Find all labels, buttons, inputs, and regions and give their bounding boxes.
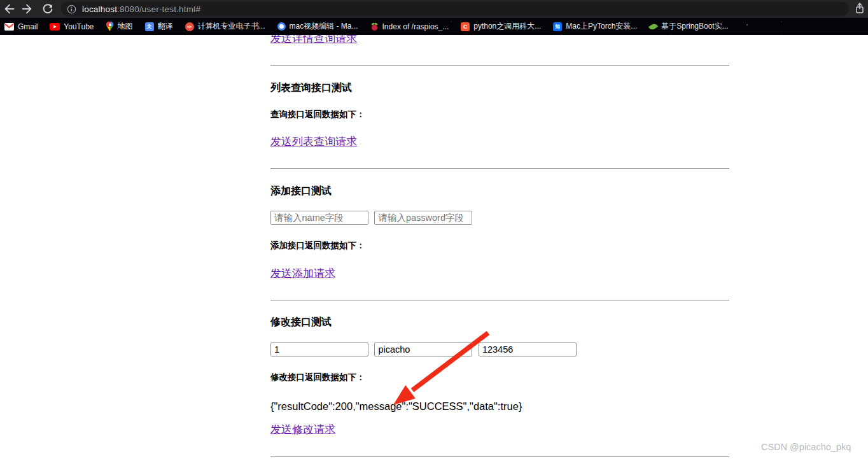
url-host: localhost [82,4,117,14]
code-book-icon: </> [185,22,194,31]
bookmark-maps[interactable]: 地图 [106,21,133,32]
bookmark-label: 计算机专业电子书... [198,21,265,32]
csdn-icon: C [461,22,470,31]
send-update-link[interactable]: 发送修改请求 [270,423,335,436]
bookmark-label: 地图 [118,21,133,32]
bookmark-label: Gmail [18,22,38,31]
raspberry-pi-icon [370,22,379,31]
bookmark-label: Mac上PyTorch安装... [566,21,637,32]
share-icon[interactable] [853,1,867,15]
section-divider [270,300,729,300]
bookmark-raspios[interactable]: Index of /raspios_... [370,22,449,31]
update-result-label: 修改接口返回数据如下： [270,372,365,383]
browser-toolbar: localhost:8080/user-test.html# [0,0,868,18]
update-response-json: {"resultCode":200,"message":"SUCCESS","d… [270,400,522,413]
bookmarks-bar: Gmail YouTube 地图 文 翻译 </> 计算机专业电子书... ma [0,18,868,35]
add-password-input[interactable] [374,211,472,225]
web-page: 发送详情查询请求 列表查询接口测试 查询接口返回数据如下： 发送列表查询请求 添… [0,0,868,459]
bookmark-translate[interactable]: 文 翻译 [145,21,173,32]
bookmark-label: Index of /raspios_... [382,22,449,31]
update-password-input[interactable] [479,342,577,357]
bookmark-label: 翻译 [158,21,173,32]
gmail-icon [4,23,14,31]
add-inputs-row [270,211,475,225]
bookmark-label: 基于SpringBoot实... [661,21,728,32]
bookmark-label: mac视频编辑 - Ma... [290,21,358,32]
update-inputs-row [270,342,580,357]
zhihu-icon: 知 [553,22,562,31]
section-divider [270,456,729,457]
back-arrow-icon [3,2,17,16]
browser-chrome: localhost:8080/user-test.html# Gmail [0,0,868,35]
send-add-link[interactable]: 发送添加请求 [270,267,335,280]
bookmark-label: python之调用科大... [473,21,541,32]
send-list-query-link[interactable]: 发送列表查询请求 [270,136,357,148]
add-name-input[interactable] [270,211,368,225]
update-name-input[interactable] [374,342,472,357]
bookmark-label: YouTube [64,22,94,31]
list-query-heading: 列表查询接口测试 [270,81,352,94]
blue-ring-icon [277,22,286,31]
spring-leaf-icon [648,22,658,31]
bookmark-python-csdn[interactable]: C python之调用科大... [461,21,541,32]
google-translate-icon: 文 [145,22,154,31]
bookmark-pytorch-zhihu[interactable]: 知 Mac上PyTorch安装... [553,21,637,32]
back-button[interactable] [3,2,17,16]
section-divider [270,65,729,66]
reload-button[interactable] [41,2,55,16]
page-info-icon[interactable] [67,4,76,14]
api-test-content: 发送详情查询请求 列表查询接口测试 查询接口返回数据如下： 发送列表查询请求 添… [270,0,729,459]
csdn-watermark: CSDN @picacho_pkq [761,442,851,452]
bookmark-mac-video[interactable]: mac视频编辑 - Ma... [277,21,358,32]
add-result-label: 添加接口返回数据如下： [270,241,365,251]
google-maps-icon [106,22,114,31]
reload-icon [41,2,55,16]
address-bar[interactable]: localhost:8080/user-test.html# [61,2,849,16]
forward-arrow-icon [20,2,34,16]
update-id-input[interactable] [270,342,368,357]
bookmark-ebook[interactable]: </> 计算机专业电子书... [185,21,265,32]
bookmark-springboot[interactable]: 基于SpringBoot实... [649,21,728,32]
youtube-icon [50,23,60,31]
section-divider [270,168,729,169]
url-path: :8080/user-test.html# [117,4,200,14]
add-heading: 添加接口测试 [270,185,332,197]
update-heading: 修改接口测试 [270,316,332,328]
bookmark-gmail[interactable]: Gmail [4,22,38,31]
bookmark-youtube[interactable]: YouTube [50,22,94,31]
forward-button[interactable] [20,2,34,16]
url-text: localhost:8080/user-test.html# [82,4,200,14]
list-query-result-label: 查询接口返回数据如下： [270,109,365,120]
